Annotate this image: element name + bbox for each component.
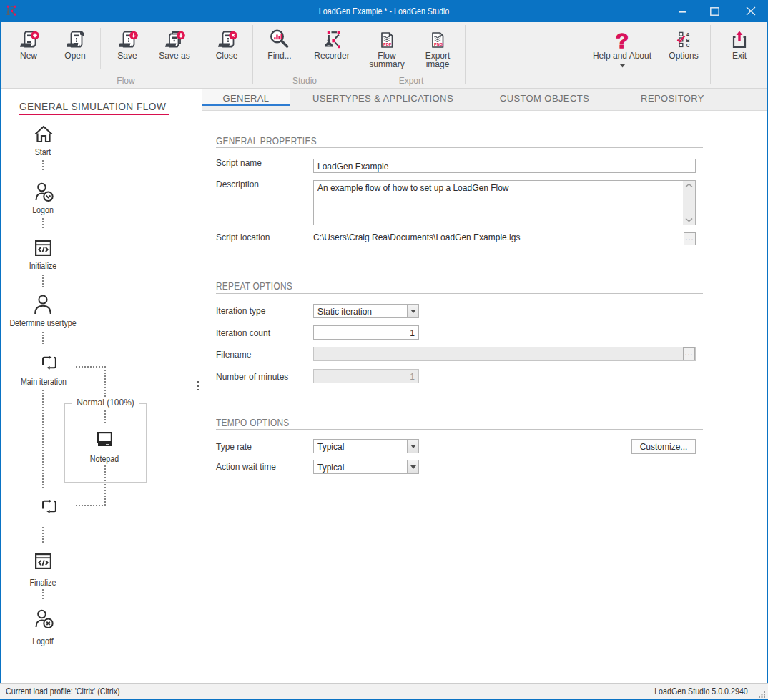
svg-text:PDF: PDF [383, 42, 392, 46]
svg-text:A: A [686, 32, 690, 37]
svg-text:?: ? [616, 29, 629, 51]
svg-text:C: C [686, 43, 690, 48]
svg-text:B: B [686, 38, 690, 43]
svg-text:PNG: PNG [434, 42, 443, 46]
